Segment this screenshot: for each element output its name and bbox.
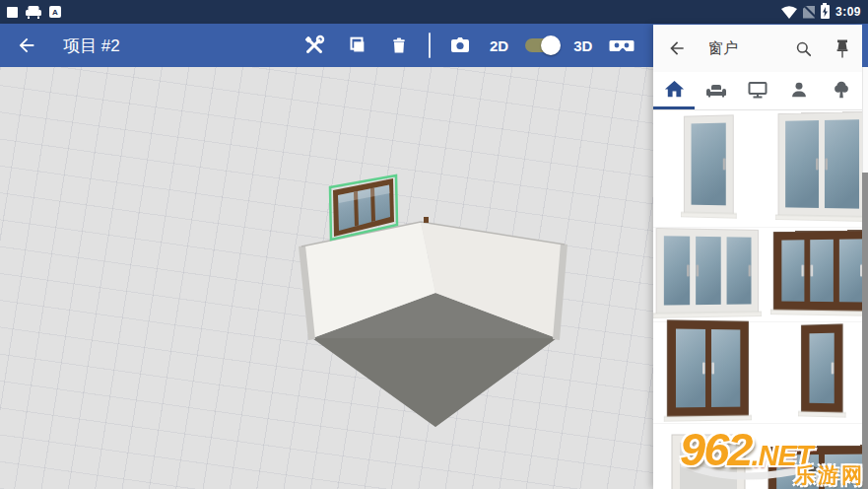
catalog-title: 窗户 [708,39,738,58]
product-item-narrow-wood-window[interactable] [764,322,862,424]
scrollbar-thumb[interactable] [862,173,868,489]
product-grid [653,110,862,489]
product-item-double-white-window[interactable] [764,110,862,228]
room-3d-view [0,67,653,489]
panel-scrollbar[interactable] [862,25,868,489]
no-sim-icon [803,6,815,19]
app-screen: A 3:09 项目 #2 [0,0,868,489]
product-item-triple-white-window[interactable] [653,228,764,322]
wifi-icon [781,6,797,19]
battery-charging-icon [821,5,830,19]
product-item-triple-wood-window[interactable] [764,228,862,322]
mode-2d-label[interactable]: 2D [490,37,508,54]
search-icon[interactable] [794,39,813,58]
vr-cardboard-button[interactable] [609,33,634,58]
tab-construction-home[interactable] [653,72,695,109]
copy-button[interactable] [344,33,369,58]
scene-viewport[interactable] [0,67,653,489]
tab-garden-tree[interactable] [821,72,862,109]
tools-button[interactable] [301,33,327,58]
pin-icon[interactable] [835,39,850,58]
mode-3d-label[interactable]: 3D [573,37,592,54]
product-item-double-wood-window[interactable] [653,322,764,424]
project-title: 项目 #2 [63,35,120,57]
notification-square-icon [7,7,18,18]
camera-button[interactable] [447,33,473,58]
catalog-header: 窗户 [653,25,862,72]
tab-electronics-monitor[interactable] [737,72,778,109]
clock: 3:09 [835,5,861,19]
product-item-wide-wood-window[interactable] [764,424,862,489]
2d-3d-toggle[interactable] [525,38,557,52]
back-button[interactable] [16,35,37,56]
status-bar: A 3:09 [0,0,868,24]
a-notification-icon: A [49,6,61,18]
product-item-white-doorway[interactable] [653,424,764,489]
category-tabs [653,72,862,110]
catalog-back-button[interactable] [667,38,687,58]
tab-furniture-sofa[interactable] [695,72,736,109]
tab-people-person[interactable] [778,72,820,109]
toolbar-divider [429,33,431,58]
catalog-panel: 窗户 [653,25,862,489]
sofa-notification-icon [26,6,41,19]
product-item-single-white-window[interactable] [653,110,764,228]
delete-button[interactable] [386,33,412,58]
